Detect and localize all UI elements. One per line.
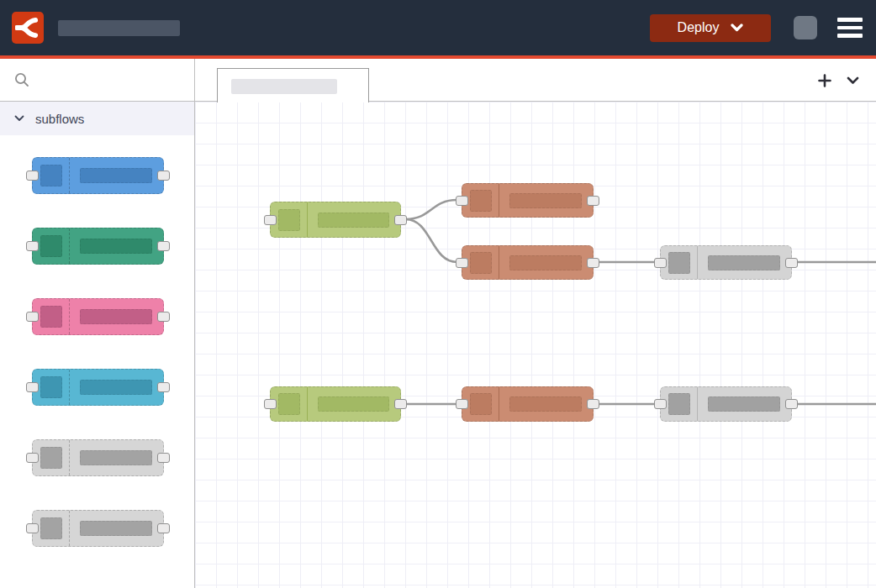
palette-node-cyan[interactable]	[32, 369, 164, 406]
node-label-placeholder	[509, 396, 582, 412]
palette-node-gray-2[interactable]	[32, 510, 164, 547]
node-output-port[interactable]	[587, 196, 599, 206]
node-label-placeholder	[509, 255, 582, 270]
hamburger-icon	[837, 18, 863, 22]
node-input-port[interactable]	[456, 196, 468, 206]
flow-node-gray-2[interactable]	[660, 386, 792, 422]
node-label-region	[308, 387, 400, 421]
node-input-port[interactable]	[26, 312, 39, 322]
node-icon	[40, 235, 62, 257]
palette-node-blue[interactable]	[32, 157, 164, 194]
flow-node-green-2[interactable]	[270, 386, 401, 422]
chevron-down-icon	[731, 24, 743, 32]
node-label-region	[499, 246, 593, 279]
header-title-placeholder	[58, 20, 180, 36]
node-icon	[40, 447, 62, 469]
node-label-placeholder	[708, 255, 780, 270]
flow-node-orange-1[interactable]	[462, 183, 594, 218]
node-output-port[interactable]	[394, 215, 407, 225]
node-red-logo	[12, 12, 44, 44]
node-icon	[40, 165, 62, 186]
palette-category-subflows[interactable]: subflows	[0, 102, 194, 135]
node-input-port[interactable]	[264, 399, 277, 409]
node-input-port[interactable]	[26, 382, 39, 392]
node-output-port[interactable]	[785, 258, 798, 268]
node-label-region	[70, 228, 163, 264]
node-red-fork-icon	[15, 15, 40, 40]
flow-node-gray-1[interactable]	[660, 245, 792, 280]
wire-layer	[195, 102, 876, 588]
node-label-placeholder	[509, 193, 582, 208]
node-label-region	[308, 202, 400, 237]
node-output-port[interactable]	[157, 453, 170, 463]
node-input-port[interactable]	[654, 399, 667, 409]
palette-node-gray-1[interactable]	[32, 439, 164, 476]
hamburger-icon	[837, 26, 863, 30]
node-label-region	[499, 184, 593, 217]
node-input-port[interactable]	[456, 399, 468, 409]
flow-node-orange-3[interactable]	[462, 386, 594, 422]
flow-tab-label-placeholder	[231, 79, 337, 94]
node-label-placeholder	[80, 521, 152, 536]
palette-node-list	[0, 135, 194, 588]
node-label-placeholder	[318, 396, 389, 412]
search-icon	[14, 72, 29, 87]
main-menu-button[interactable]	[836, 16, 864, 39]
node-input-port[interactable]	[654, 258, 667, 268]
palette-category-label: subflows	[35, 112, 84, 126]
node-label-region	[70, 158, 163, 193]
node-icon	[668, 393, 690, 415]
node-label-placeholder	[318, 213, 389, 228]
node-output-port[interactable]	[157, 171, 170, 181]
user-avatar[interactable]	[794, 16, 817, 39]
node-label-placeholder	[708, 396, 780, 412]
node-output-port[interactable]	[157, 523, 170, 533]
node-output-port[interactable]	[157, 312, 170, 322]
flow-node-orange-2[interactable]	[462, 245, 594, 280]
palette-node-green[interactable]	[32, 228, 164, 265]
node-icon	[40, 517, 62, 539]
chevron-down-icon	[14, 115, 24, 122]
node-label-placeholder	[80, 168, 152, 183]
node-output-port[interactable]	[587, 258, 599, 268]
node-input-port[interactable]	[26, 241, 39, 251]
plus-icon	[818, 74, 831, 87]
node-label-region	[70, 299, 163, 334]
node-label-region	[698, 246, 791, 279]
flow-node-green-1[interactable]	[270, 202, 401, 238]
node-output-port[interactable]	[157, 382, 170, 392]
flow-tab-bar	[195, 59, 876, 102]
flow-tab[interactable]	[217, 68, 369, 102]
node-input-port[interactable]	[456, 258, 468, 268]
node-icon	[40, 306, 62, 328]
add-flow-button[interactable]	[818, 74, 831, 87]
node-icon	[470, 393, 492, 415]
wire[interactable]	[406, 200, 457, 219]
node-input-port[interactable]	[26, 171, 39, 181]
palette-search[interactable]	[0, 59, 194, 102]
node-output-port[interactable]	[587, 399, 599, 409]
node-output-port[interactable]	[394, 399, 407, 409]
node-input-port[interactable]	[26, 453, 39, 463]
node-icon	[278, 393, 300, 415]
chevron-down-icon	[847, 76, 859, 85]
node-icon	[668, 252, 690, 274]
flow-canvas[interactable]	[195, 102, 876, 588]
node-label-region	[70, 440, 163, 475]
palette-sidebar: subflows	[0, 59, 195, 588]
flow-list-button[interactable]	[847, 76, 859, 85]
node-input-port[interactable]	[264, 215, 277, 225]
tab-actions	[818, 59, 876, 102]
node-input-port[interactable]	[26, 523, 39, 533]
workspace	[195, 59, 876, 588]
node-label-region	[499, 387, 593, 421]
node-label-region	[70, 370, 163, 405]
node-output-port[interactable]	[157, 241, 170, 251]
wire[interactable]	[406, 219, 457, 262]
deploy-button[interactable]: Deploy	[650, 14, 771, 42]
node-output-port[interactable]	[785, 399, 798, 409]
node-label-region	[70, 511, 163, 546]
palette-node-pink[interactable]	[32, 298, 164, 335]
node-icon	[40, 376, 62, 398]
header-bar: Deploy	[0, 0, 876, 55]
